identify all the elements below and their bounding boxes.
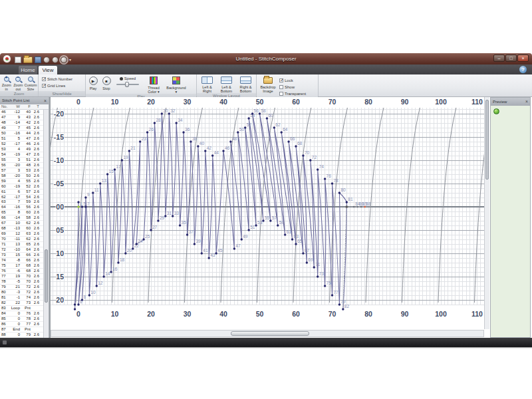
stitch-point[interactable]: [331, 182, 333, 184]
stitch-chart[interactable]: 0010102020303040405050606070708080909010…: [51, 97, 484, 329]
transparent-checkbox[interactable]: Transparent: [279, 90, 306, 96]
stitch-point[interactable]: [172, 215, 174, 217]
table-row[interactable]: 6912632.6: [0, 231, 44, 237]
stitch-list-scrollbar[interactable]: [43, 110, 49, 338]
table-row[interactable]: 880792.6: [0, 332, 44, 338]
stitch-point[interactable]: [266, 117, 268, 119]
tab-view[interactable]: View: [39, 66, 57, 74]
speed-slider-thumb[interactable]: [125, 82, 129, 87]
table-row[interactable]: 76-6682.6: [0, 269, 44, 274]
table-row[interactable]: 87EndPnt: [0, 327, 44, 332]
stitch-point[interactable]: [287, 140, 289, 142]
stitch-point[interactable]: [241, 238, 243, 240]
stitch-point[interactable]: [186, 233, 188, 235]
stitch-point[interactable]: [360, 206, 362, 208]
stitch-point[interactable]: [88, 294, 90, 296]
stitch-point[interactable]: [284, 233, 286, 235]
table-row[interactable]: 573532.6: [0, 168, 44, 174]
table-row[interactable]: 70-11622.6: [0, 237, 44, 242]
stitch-point[interactable]: [132, 247, 134, 249]
stitch-point[interactable]: [74, 308, 76, 310]
table-row[interactable]: 83LoopPnt: [0, 306, 44, 311]
stitch-point[interactable]: [233, 247, 235, 249]
stitch-point[interactable]: [291, 238, 293, 240]
tab-home[interactable]: Home: [19, 66, 37, 74]
stitch-point[interactable]: [331, 294, 333, 296]
table-row[interactable]: 616572.6: [0, 190, 44, 195]
table-row[interactable]: 7113652.6: [0, 242, 44, 247]
stitch-point[interactable]: [96, 285, 98, 287]
stitch-point[interactable]: [364, 206, 366, 208]
stitch-point[interactable]: [324, 285, 326, 287]
stitch-point[interactable]: [222, 150, 224, 152]
stitch-point[interactable]: [237, 131, 239, 133]
scrollbar-thumb[interactable]: [485, 100, 489, 180]
stitch-point[interactable]: [146, 131, 148, 133]
stitch-point[interactable]: [302, 252, 304, 254]
table-row[interactable]: 860772.6: [0, 322, 44, 327]
chart-vertical-scrollbar[interactable]: [484, 97, 489, 329]
stitch-point[interactable]: [182, 131, 184, 133]
stitch-point[interactable]: [124, 252, 126, 254]
table-row[interactable]: 54-19472.6: [0, 152, 44, 158]
stitch-number-checkbox[interactable]: Stitch Number: [42, 76, 72, 82]
help-button[interactable]: ?: [519, 66, 527, 73]
stitch-point[interactable]: [197, 145, 199, 147]
speed-slider[interactable]: [116, 82, 139, 87]
stitch-point[interactable]: [77, 205, 79, 207]
stitch-point[interactable]: [110, 271, 112, 273]
lock-checkbox[interactable]: Lock: [279, 77, 306, 83]
stitch-point[interactable]: [338, 192, 340, 194]
close-icon[interactable]: ×: [525, 98, 528, 106]
table-row[interactable]: 7921722.6: [0, 285, 44, 290]
stitch-point[interactable]: [262, 219, 264, 221]
table-row[interactable]: 840762.6: [0, 311, 44, 317]
table-row[interactable]: 48-14422.6: [0, 120, 44, 126]
table-row[interactable]: 7517682.6: [0, 263, 44, 269]
stitch-point[interactable]: [204, 150, 206, 152]
left-right-button[interactable]: Left & Right: [198, 76, 216, 93]
stitch-point[interactable]: [215, 252, 217, 254]
table-row[interactable]: 479432.6: [0, 115, 44, 120]
table-row[interactable]: 534492.6: [0, 147, 44, 152]
table-row[interactable]: 60-19522.6: [0, 184, 44, 190]
table-row[interactable]: 497452.6: [0, 126, 44, 131]
stitch-point[interactable]: [306, 261, 308, 263]
background-button[interactable]: Background ▾: [166, 76, 187, 94]
stop-button[interactable]: ■ Stop: [100, 76, 112, 90]
stitch-point[interactable]: [150, 229, 152, 231]
stitch-point[interactable]: [84, 205, 86, 207]
table-row[interactable]: 637592.6: [0, 200, 44, 205]
table-row[interactable]: 78-5702.6: [0, 279, 44, 285]
thread-color-button[interactable]: Thread Color ▾: [143, 76, 164, 94]
backdrop-image-button[interactable]: Backdrop Image: [258, 76, 278, 93]
table-row[interactable]: 62-17542.6: [0, 195, 44, 200]
stitch-point[interactable]: [353, 206, 355, 208]
stitch-point[interactable]: [157, 219, 159, 221]
stitch-point[interactable]: [92, 192, 94, 194]
table-row[interactable]: 594552.6: [0, 179, 44, 184]
table-row[interactable]: 850782.6: [0, 317, 44, 322]
right-bottom-button[interactable]: Right & Bottom: [237, 76, 255, 93]
stitch-point[interactable]: [317, 168, 319, 170]
stitch-point[interactable]: [211, 154, 213, 156]
table-row[interactable]: 56-20482.6: [0, 163, 44, 168]
stitch-point[interactable]: [77, 303, 79, 305]
stitch-point[interactable]: [247, 117, 249, 119]
table-row[interactable]: 68-13602.6: [0, 226, 44, 231]
table-row[interactable]: 50-16442.6: [0, 131, 44, 136]
stitch-point[interactable]: [117, 261, 119, 263]
chart-horizontal-scrollbar[interactable]: [51, 330, 484, 337]
stitch-point[interactable]: [247, 229, 249, 231]
stitch-point[interactable]: [102, 275, 104, 277]
show-checkbox[interactable]: Show: [279, 84, 306, 90]
close-button[interactable]: ×: [517, 55, 529, 62]
stitch-point[interactable]: [161, 112, 163, 114]
stitch-point[interactable]: [142, 238, 144, 240]
table-row[interactable]: 66-14582.6: [0, 215, 44, 221]
stitch-point[interactable]: [164, 215, 166, 217]
grid-lines-checkbox[interactable]: Grid Lines: [42, 82, 65, 88]
stitch-point[interactable]: [244, 126, 246, 128]
scrollbar-thumb[interactable]: [231, 331, 309, 336]
stitch-point[interactable]: [136, 243, 138, 245]
